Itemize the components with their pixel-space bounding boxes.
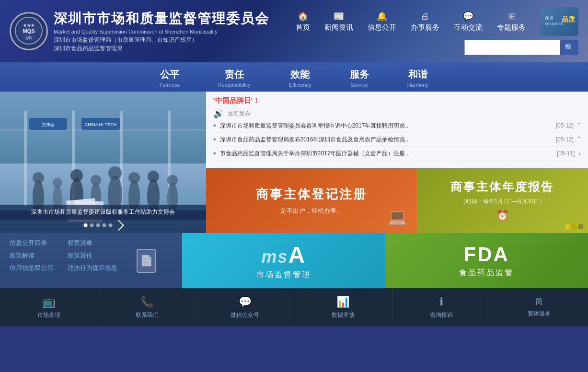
news-text-1: 深圳市市场和质量监督管理委员会咨询举报申诉中心2017年直接聘用职员... xyxy=(220,122,552,130)
nav-links: 🏠 首页 📰 新闻资讯 🔔 信息公开 🖨 办事服务 💬 互动交流 ⊞ 专题 xyxy=(296,7,578,36)
news-text-2: 深圳市食品药品监督管理局发布2016年深圳市食品及食用农产品抽检情况... xyxy=(220,136,552,144)
card-register[interactable]: 商事主体登记注册 足不出户，轻松办事。 💻 xyxy=(206,168,416,233)
link-duties[interactable]: 权责清单 xyxy=(68,239,117,247)
header: ★★★ MQS 深圳 深圳市市场和质量监督管理委员会 Market and Qu… xyxy=(0,0,588,62)
svg-text:深圳: 深圳 xyxy=(25,36,32,40)
card-report-sub: （时间：每年1月1日—6月30日） xyxy=(460,198,545,206)
tagline-harmony: 和谐 Harmony xyxy=(407,68,429,88)
svg-point-32 xyxy=(148,171,159,182)
news-arrow-right-icon[interactable]: › xyxy=(578,150,581,157)
link-policy[interactable]: 政策解读 xyxy=(10,251,53,260)
svg-text:CHINA HI-TECH: CHINA HI-TECH xyxy=(85,122,117,127)
clock-icon: ⏰ xyxy=(496,209,509,222)
sub-title: Market and Quality Supervision Commissio… xyxy=(54,29,269,35)
news-text-3: 市食品药品监督管理局关于举办深圳市2017年医疗器械（义齿产品）注册... xyxy=(220,150,553,158)
svg-point-34 xyxy=(167,175,178,186)
tagline-en-2: Responsibility xyxy=(218,82,251,88)
laptop-icon: 💻 xyxy=(388,208,407,226)
footer-traditional[interactable]: 简 繁体版本 xyxy=(490,288,588,326)
footer-consult[interactable]: ℹ 咨询投诉 xyxy=(392,288,491,326)
dot-2[interactable] xyxy=(90,223,94,227)
nav-home[interactable]: 🏠 首页 xyxy=(296,11,310,32)
main-content: 文博会 CHINA HI-TECH xyxy=(0,92,588,233)
nav-service-label: 办事服务 xyxy=(411,23,439,32)
dot-1[interactable] xyxy=(84,223,88,227)
news-dots xyxy=(84,221,123,229)
msa-logo: msA xyxy=(261,242,306,268)
footer-label-2: 联系我们 xyxy=(136,311,159,319)
footer-contact[interactable]: 📞 联系我们 xyxy=(98,288,196,326)
logo-inner: ★★★ MQS 深圳 xyxy=(14,16,43,46)
msa-card[interactable]: msA 市场监督管理 xyxy=(182,233,385,288)
info-circle-icon: ℹ xyxy=(439,296,443,308)
nav-info-label: 信息公开 xyxy=(368,23,396,32)
bottom-section: 信息公开目录 政策解读 信用信息双公示 权责清单 政策宣传 违法行为提示信息 📄… xyxy=(0,233,588,288)
traditional-icon: 简 xyxy=(535,297,543,307)
news-label: 最新发布 xyxy=(228,110,251,118)
tagline-responsibility: 责任 Responsibility xyxy=(218,68,251,88)
fda-sub: 食品药品监管 xyxy=(459,268,514,278)
nav-service[interactable]: 🖨 办事服务 xyxy=(411,12,439,32)
footer-label-3: 微信公众号 xyxy=(231,311,259,319)
card-dots xyxy=(565,224,583,229)
dot-5[interactable] xyxy=(109,223,113,227)
news-image-panel: 文博会 CHINA HI-TECH xyxy=(0,92,206,233)
tv-icon: 📺 xyxy=(42,296,55,308)
svg-point-20 xyxy=(33,172,44,184)
card-report-title: 商事主体年度报告 xyxy=(450,179,554,195)
news-arrow-up-icon[interactable]: ˄ xyxy=(577,122,581,129)
news-icon: 📰 xyxy=(334,11,344,22)
info-icon: 🔔 xyxy=(377,11,387,22)
dot-4[interactable] xyxy=(103,223,106,227)
footer-wechat[interactable]: 💬 微信公众号 xyxy=(196,288,294,326)
tagline-zh-3: 效能 xyxy=(290,68,310,81)
sub2: 深圳市市场监督管理局（市质量管理局、市知识产权局） xyxy=(54,36,269,44)
nav-special[interactable]: ⊞ 专题服务 xyxy=(497,11,526,32)
phone-icon: 📞 xyxy=(140,296,153,308)
search-input[interactable] xyxy=(464,40,560,55)
svg-point-28 xyxy=(108,166,122,180)
footer-tv[interactable]: 📺 市场发现 xyxy=(0,288,98,326)
svg-text:品质: 品质 xyxy=(562,15,576,23)
news-arrow-down-icon[interactable]: ˅ xyxy=(577,136,581,143)
search-button[interactable]: 🔍 xyxy=(560,40,578,55)
interact-icon: 💬 xyxy=(463,11,473,22)
nav-news[interactable]: 📰 新闻资讯 xyxy=(324,11,353,32)
tagline-zh-5: 和谐 xyxy=(408,68,427,81)
dot-3[interactable] xyxy=(96,223,100,227)
nav-interact[interactable]: 💬 互动交流 xyxy=(454,11,483,32)
links-col-1: 信息公开目录 政策解读 信用信息双公示 xyxy=(10,239,53,282)
news-date-3: [05-11] xyxy=(557,150,575,157)
carousel-next-icon[interactable] xyxy=(113,220,124,231)
nav-info[interactable]: 🔔 信息公开 xyxy=(368,11,396,32)
brand-tag: '中国品牌日'！ xyxy=(213,96,581,105)
card-report[interactable]: 商事主体年度报告 （时间：每年1月1日—6月30日） ⏰ xyxy=(416,168,588,233)
news-panel: '中国品牌日'！ 🔊 最新发布 • 深圳市市场和质量监督管理委员会咨询举报申诉中… xyxy=(206,92,588,168)
footer-label-5: 咨询投诉 xyxy=(430,311,453,319)
news-row-3[interactable]: • 市食品药品监督管理局关于举办深圳市2017年医疗器械（义齿产品）注册... … xyxy=(213,147,581,161)
special-icon: ⊞ xyxy=(508,11,515,22)
footer-label-4: 数据开放 xyxy=(332,311,355,319)
news-row-1[interactable]: • 深圳市市场和质量监督管理委员会咨询举报申诉中心2017年直接聘用职员... … xyxy=(213,119,581,133)
news-date-1: [05-12] xyxy=(556,122,574,129)
logo-circle: ★★★ MQS 深圳 xyxy=(10,12,48,50)
nav-special-label: 专题服务 xyxy=(497,23,526,32)
dot-olive xyxy=(578,224,583,229)
nav-news-label: 新闻资讯 xyxy=(324,23,353,32)
speaker-icon[interactable]: 🔊 xyxy=(213,108,224,119)
tagline-service: 服务 Service xyxy=(350,68,369,88)
link-violations[interactable]: 违法行为提示信息 xyxy=(68,264,117,272)
link-credit[interactable]: 信用信息双公示 xyxy=(10,264,53,272)
footer-data[interactable]: 📊 数据开放 xyxy=(294,288,392,326)
svg-text:深圳: 深圳 xyxy=(545,15,553,20)
link-policy2[interactable]: 政策宣传 xyxy=(68,251,117,260)
link-info-catalog[interactable]: 信息公开目录 xyxy=(10,239,53,247)
svg-text:SHENZHEN: SHENZHEN xyxy=(545,22,564,25)
document-icon: 📄 xyxy=(137,249,156,273)
tagline-en-1: Fairness xyxy=(160,82,180,88)
footer-label-1: 市场发现 xyxy=(37,311,60,319)
fda-card[interactable]: FDA 食品药品监管 xyxy=(385,233,588,288)
news-row-2[interactable]: • 深圳市食品药品监督管理局发布2016年深圳市食品及食用农产品抽检情况... … xyxy=(213,133,581,147)
svg-point-30 xyxy=(128,172,140,184)
sub3: 深圳市食品药品监督管理局 xyxy=(54,45,269,53)
